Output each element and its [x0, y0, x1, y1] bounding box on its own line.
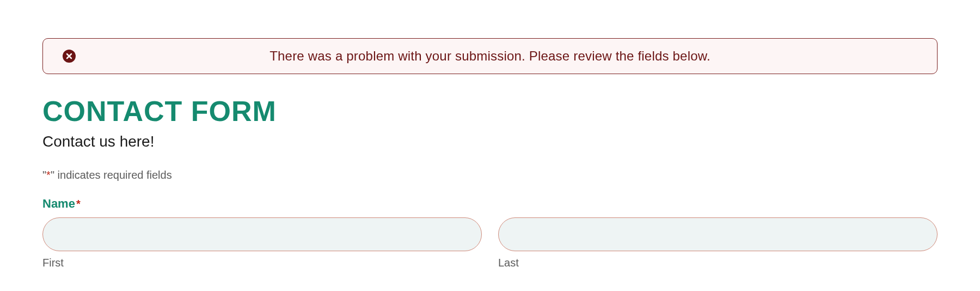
page-title: CONTACT FORM	[42, 95, 938, 128]
page-subtitle: Contact us here!	[42, 133, 938, 150]
required-fields-note: "*" indicates required fields	[42, 169, 938, 181]
required-note-text: " indicates required fields	[51, 169, 172, 181]
last-name-input[interactable]	[498, 217, 938, 251]
first-name-column: First	[42, 217, 482, 269]
error-banner: There was a problem with your submission…	[42, 38, 938, 74]
first-name-input[interactable]	[42, 217, 482, 251]
first-name-sublabel: First	[42, 257, 482, 269]
name-label-text: Name	[42, 197, 75, 210]
name-required-mark: *	[76, 198, 81, 210]
last-name-column: Last	[498, 217, 938, 269]
name-field-label: Name*	[42, 197, 938, 211]
error-message: There was a problem with your submission…	[43, 48, 937, 64]
name-field-row: First Last	[42, 217, 938, 269]
required-asterisk: *	[46, 169, 51, 181]
last-name-sublabel: Last	[498, 257, 938, 269]
